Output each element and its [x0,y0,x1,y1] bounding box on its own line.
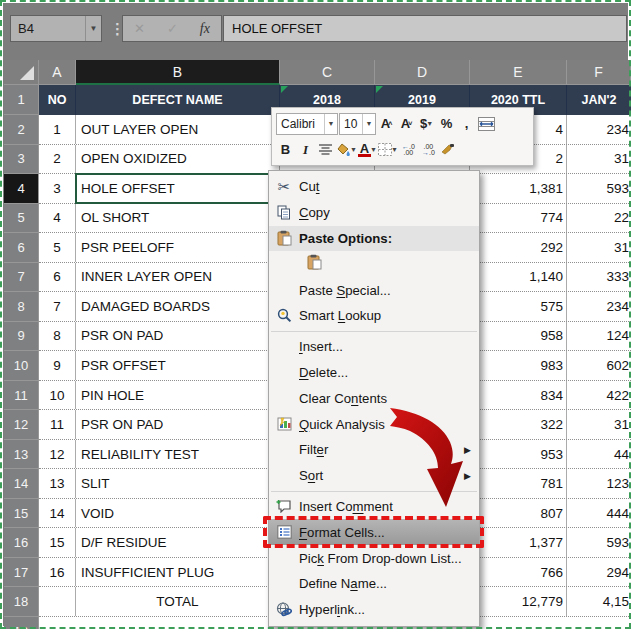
cell-F15[interactable]: 444 [567,499,631,528]
cell-F1[interactable]: JAN'2 [567,85,631,115]
menu-item-paste-special[interactable]: Paste Special... [269,277,479,303]
row-header-11[interactable]: 11 [4,381,39,411]
cell-B17[interactable]: INSUFFICIENT PLUG [76,558,280,587]
cell-F18[interactable]: 4,15 [567,587,631,616]
cell-B4[interactable]: HOLE OFFSET [76,174,280,203]
row-header-9[interactable]: 9 [4,322,39,352]
cell-A7[interactable]: 6 [39,263,76,292]
borders-button[interactable]: ▼ [378,139,398,161]
cell-B7[interactable]: INNER LAYER OPEN [76,263,280,292]
cell-E4[interactable]: 1,381 [470,174,567,203]
cell-F8[interactable]: 234 [567,292,631,321]
cell-F9[interactable]: 124 [567,322,631,351]
cell-B1[interactable]: DEFECT NAME [76,85,280,115]
bold-button[interactable]: B [276,139,295,161]
column-header-e[interactable]: E [470,60,567,85]
row-header-18[interactable]: 18 [4,587,39,617]
cell-A12[interactable]: 11 [39,410,76,439]
cell-B2[interactable]: OUT LAYER OPEN [76,115,280,144]
formula-bar-input[interactable]: HOLE OFFSET [223,15,627,42]
row-header-17[interactable]: 17 [4,558,39,588]
name-box[interactable]: B4 ▼ [10,15,102,42]
cell-A8[interactable]: 7 [39,292,76,321]
row-header-15[interactable]: 15 [4,499,39,529]
menu-item-format-cells[interactable]: Format Cells... [269,519,479,545]
row-header-14[interactable]: 14 [4,469,39,499]
cell-E5[interactable]: 774 [470,204,567,233]
menu-item-cut[interactable]: ✂Cut [269,174,479,200]
fill-color-button[interactable]: ▼ [336,139,357,161]
cell-A5[interactable]: 4 [39,204,76,233]
cell-E15[interactable]: 807 [470,499,567,528]
cell-A14[interactable]: 13 [39,469,76,498]
cell-A4[interactable]: 3 [39,174,76,203]
menu-item-hyperlink[interactable]: Hyperlink... [269,597,479,623]
merge-center-button[interactable] [477,113,496,135]
row-header-4[interactable]: 4 [4,174,39,204]
row-header-3[interactable]: 3 [4,145,39,175]
row-header-16[interactable]: 16 [4,528,39,558]
column-header-b[interactable]: B [76,60,280,85]
row-header-13[interactable]: 13 [4,440,39,470]
cell-F14[interactable]: 123 [567,469,631,498]
cell-F16[interactable]: 593 [567,528,631,557]
cell-B14[interactable]: SLIT [76,469,280,498]
cell-A11[interactable]: 10 [39,381,76,410]
decrease-decimal-button[interactable]: .00→.0 [419,139,438,161]
cell-E13[interactable]: 953 [470,440,567,469]
increase-decimal-button[interactable]: ←.0.00 [399,139,418,161]
menu-item-define-name[interactable]: Define Name... [269,571,479,597]
cell-F11[interactable]: 422 [567,381,631,410]
center-align-button[interactable] [316,139,335,161]
font-name-combo[interactable]: Calibri▼ [276,113,338,135]
cell-F17[interactable]: 294 [567,558,631,587]
cell-E17[interactable]: 766 [470,558,567,587]
cell-A6[interactable]: 5 [39,233,76,262]
cell-B10[interactable]: PSR OFFSET [76,351,280,380]
menu-item-paste[interactable] [269,251,479,277]
row-header-10[interactable]: 10 [4,351,39,381]
italic-button[interactable]: I [296,139,315,161]
cell-B3[interactable]: OPEN OXIDIZED [76,145,280,174]
percent-style-button[interactable]: % [437,113,456,135]
cell-E6[interactable]: 292 [470,233,567,262]
column-header-d[interactable]: D [375,60,470,85]
cell-A2[interactable]: 1 [39,115,76,144]
enter-icon[interactable]: ✓ [167,21,178,36]
row-header-7[interactable]: 7 [4,263,39,293]
cell-B8[interactable]: DAMAGED BOARDS [76,292,280,321]
menu-item-filter[interactable]: Filter▶ [269,437,479,463]
cell-E8[interactable]: 575 [470,292,567,321]
cell-F4[interactable]: 593 [567,174,631,203]
menu-item-delete[interactable]: Delete... [269,360,479,386]
cell-A16[interactable]: 15 [39,528,76,557]
increase-font-button[interactable]: A˄ [377,113,396,135]
name-box-dropdown-icon[interactable]: ▼ [85,16,101,41]
cell-E11[interactable]: 834 [470,381,567,410]
font-color-button[interactable]: A▼ [358,139,377,161]
cell-F2[interactable]: 234 [567,115,631,144]
cell-E16[interactable]: 1,377 [470,528,567,557]
menu-item-clear-contents[interactable]: Clear Contents [269,385,479,411]
cell-E14[interactable]: 781 [470,469,567,498]
cell-B16[interactable]: D/F RESIDUE [76,528,280,557]
menu-item-paste-options[interactable]: Paste Options: [269,226,479,252]
menu-item-insert-comment[interactable]: Insert Comment [269,494,479,520]
cell-E18[interactable]: 12,779 [470,587,567,616]
menu-item-sort[interactable]: Sort▶ [269,463,479,489]
menu-item-insert[interactable]: Insert... [269,334,479,360]
cell-E7[interactable]: 1,140 [470,263,567,292]
cancel-icon[interactable]: ✕ [134,21,145,36]
accounting-format-button[interactable]: $▼ [417,113,436,135]
row-header-8[interactable]: 8 [4,292,39,322]
cell-B12[interactable]: PSR ON PAD [76,410,280,439]
row-header-6[interactable]: 6 [4,233,39,263]
row-header-12[interactable]: 12 [4,410,39,440]
row-header-1[interactable]: 1 [4,85,39,115]
cell-B9[interactable]: PSR ON PAD [76,322,280,351]
cell-B18[interactable]: TOTAL [76,587,280,616]
cell-B13[interactable]: RELIABILITY TEST [76,440,280,469]
row-header-2[interactable]: 2 [4,115,39,145]
cell-A13[interactable]: 12 [39,440,76,469]
decrease-font-button[interactable]: A˅ [397,113,416,135]
